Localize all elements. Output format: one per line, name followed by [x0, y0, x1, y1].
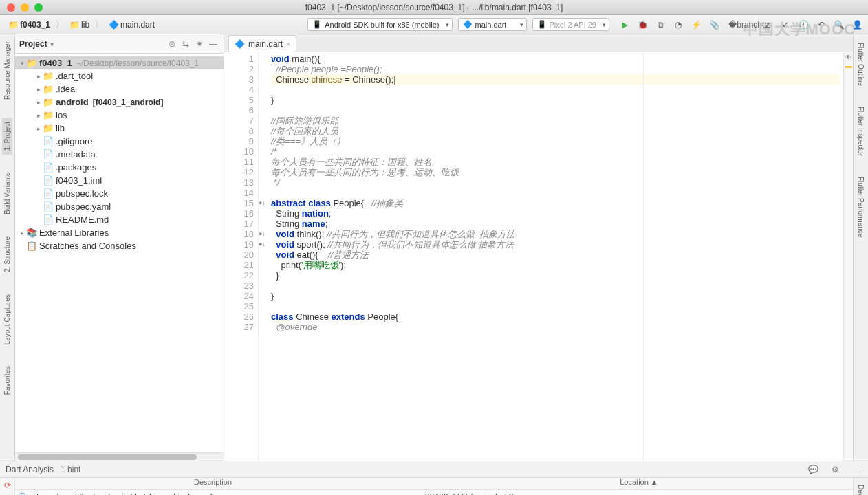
layout-captures-tab[interactable]: Layout Captures — [2, 290, 12, 349]
dart-analysis-panel: Dart Analysis 1 hint 💬 ⚙ — ⟳ ⚙ ⊞ ▣ ▽ Des… — [0, 461, 868, 495]
editor-tabs: 🔷 main.dart × — [224, 34, 853, 52]
structure-tab[interactable]: 2. Structure — [2, 232, 12, 276]
chevron-icon: 〉 — [95, 19, 103, 30]
device-selector[interactable]: 📱Android SDK built for x86 (mobile) — [307, 18, 452, 31]
minimize-window[interactable] — [21, 3, 29, 12]
revert-button[interactable]: ↶ — [816, 19, 827, 30]
avatar-icon[interactable]: 👤 — [851, 19, 862, 30]
tree-item[interactable]: ▸📁ios — [15, 109, 224, 122]
window-controls — [0, 3, 43, 12]
tree-item[interactable]: 📄.gitignore — [15, 135, 224, 148]
analysis-row[interactable]: ⓘThe value of the local variable 'chines… — [15, 490, 853, 495]
close-tab-icon[interactable]: × — [286, 40, 290, 48]
titlebar: f0403_1 [~/Desktop/lesson/source/f0403_1… — [0, 0, 868, 15]
col-description[interactable]: Description — [15, 478, 425, 490]
flutter-inspector-tab[interactable]: Flutter Inspector — [856, 102, 866, 160]
feedback-icon[interactable]: 💬 — [807, 465, 818, 474]
favorites-tab[interactable]: Favorites — [2, 362, 12, 399]
analysis-right-stripe: Device File Explorer — [853, 478, 868, 495]
debug-button[interactable]: 🐞 — [637, 19, 648, 30]
folder-icon: 📁 — [69, 20, 79, 30]
build-variants-tab[interactable]: Build Variants — [2, 168, 12, 219]
resource-manager-tab[interactable]: Resource Manager — [2, 37, 12, 104]
close-window[interactable] — [7, 3, 15, 12]
tree-item[interactable]: ▸📁android[f0403_1_android] — [15, 96, 224, 109]
settings-icon[interactable]: ⚙ — [829, 465, 840, 474]
tree-external-libs[interactable]: ▸📚External Libraries — [15, 226, 224, 239]
inspection-eye-icon[interactable]: 👁 — [845, 54, 851, 61]
project-tab[interactable]: 1: Project — [2, 118, 12, 155]
vcs-button[interactable]: �branches — [744, 19, 755, 30]
breadcrumb-folder[interactable]: 📁lib — [67, 19, 92, 31]
dart-file-icon: 🔷 — [235, 39, 245, 49]
line-number-gutter: 1234567891011121314151617181920212223242… — [224, 52, 259, 461]
target-selector[interactable]: 📱Pixel 2 API 29 — [532, 18, 610, 31]
profile-button[interactable]: ◔ — [673, 19, 684, 30]
search-button[interactable]: 🔍 — [834, 19, 845, 30]
project-panel-header: Project▾ ⊙ ⇆ ✷ — — [15, 34, 224, 54]
col-location[interactable]: Location ▲ — [425, 478, 853, 490]
left-tool-stripe: Resource Manager 1: Project Build Varian… — [0, 34, 15, 461]
zoom-window[interactable] — [34, 3, 43, 12]
breadcrumb-file[interactable]: 🔷main.dart — [106, 19, 158, 31]
tree-item[interactable]: ▸📁.idea — [15, 82, 224, 96]
flutter-outline-tab[interactable]: Flutter Outline — [856, 38, 866, 90]
hide-icon[interactable]: — — [851, 465, 862, 474]
tree-item[interactable]: 📄README.md — [15, 213, 224, 226]
project-panel: Project▾ ⊙ ⇆ ✷ — ▾📁f0403_1~/Desktop/less… — [15, 34, 224, 461]
device-file-explorer-tab[interactable]: Device File Explorer — [856, 482, 866, 495]
breadcrumb: 📁f0403_1 〉 📁lib 〉 🔷main.dart — [6, 19, 158, 31]
analysis-title: Dart Analysis — [6, 465, 54, 474]
locate-icon[interactable]: ⊙ — [166, 38, 178, 50]
attach-button[interactable]: 📎 — [708, 19, 719, 30]
analysis-header: Dart Analysis 1 hint 💬 ⚙ — — [0, 461, 868, 478]
tab-label: main.dart — [248, 39, 283, 49]
horizontal-scrollbar[interactable] — [15, 452, 224, 461]
project-view-selector[interactable]: Project▾ — [19, 39, 54, 49]
coverage-button[interactable]: ⧉ — [655, 19, 666, 30]
run-config-selector[interactable]: 🔷main.dart — [458, 18, 527, 31]
editor-tab-main[interactable]: 🔷 main.dart × — [228, 35, 296, 52]
tree-root[interactable]: ▾📁f0403_1~/Desktop/lesson/source/f0403_1 — [15, 56, 224, 69]
breadcrumb-project[interactable]: 📁f0403_1 — [6, 19, 53, 31]
history-button[interactable]: 🕘 — [798, 19, 809, 30]
toolbar: 📁f0403_1 〉 📁lib 〉 🔷main.dart 📱Android SD… — [0, 15, 868, 34]
hide-icon[interactable]: — — [207, 38, 219, 50]
dart-file-icon: 🔷 — [109, 20, 118, 30]
analysis-toolbar: ⟳ ⚙ ⊞ ▣ ▽ — [0, 478, 15, 495]
tree-item[interactable]: 📄pubspec.yaml — [15, 200, 224, 213]
right-tool-stripe: Flutter Outline Flutter Inspector Flutte… — [853, 34, 868, 461]
tree-item[interactable]: 📄.packages — [15, 161, 224, 174]
flutter-performance-tab[interactable]: Flutter Performance — [856, 173, 866, 241]
settings-icon[interactable]: ✷ — [193, 38, 206, 50]
folder-icon: 📁 — [8, 20, 18, 30]
dart-file-icon: 🔷 — [463, 20, 473, 29]
tree-item[interactable]: 📄pubspec.lock — [15, 187, 224, 200]
editor: 🔷 main.dart × 12345678910111213141516171… — [224, 34, 853, 461]
error-stripe[interactable]: 👁 — [843, 52, 853, 461]
chevron-icon: 〉 — [56, 19, 64, 30]
refresh-icon[interactable]: ⟳ — [2, 481, 13, 490]
tree-item[interactable]: ▸📁lib — [15, 122, 224, 135]
tree-item[interactable]: 📄.metadata — [15, 148, 224, 161]
tree-item[interactable]: ▸📁.dart_tool — [15, 69, 224, 82]
update-button[interactable]: ↙ — [762, 19, 773, 30]
gutter-marks: ●↓ ●↓●↓ — [259, 52, 268, 461]
commit-button[interactable]: ✓ — [780, 19, 791, 30]
tree-scratches[interactable]: 📋Scratches and Consoles — [15, 239, 224, 252]
window-title: f0403_1 [~/Desktop/lesson/source/f0403_1… — [305, 3, 563, 12]
phone-icon: 📱 — [312, 20, 322, 29]
info-icon: ⓘ — [15, 492, 29, 496]
project-tree[interactable]: ▾📁f0403_1~/Desktop/lesson/source/f0403_1… — [15, 54, 224, 452]
run-button[interactable]: ▶ — [619, 19, 630, 30]
analysis-table: Description Location ▲ ⓘThe value of the… — [15, 478, 853, 495]
hot-reload-button[interactable]: ⚡ — [691, 19, 702, 30]
code-area[interactable]: 1234567891011121314151617181920212223242… — [224, 52, 853, 461]
analysis-hint-count: 1 hint — [61, 465, 80, 474]
expand-icon[interactable]: ⇆ — [180, 38, 192, 50]
tree-item[interactable]: 📄f0403_1.iml — [15, 174, 224, 187]
phone-icon: 📱 — [537, 20, 547, 29]
warning-marker[interactable] — [845, 66, 852, 68]
code-content[interactable]: void main(){ //People people =People(); … — [268, 52, 843, 461]
